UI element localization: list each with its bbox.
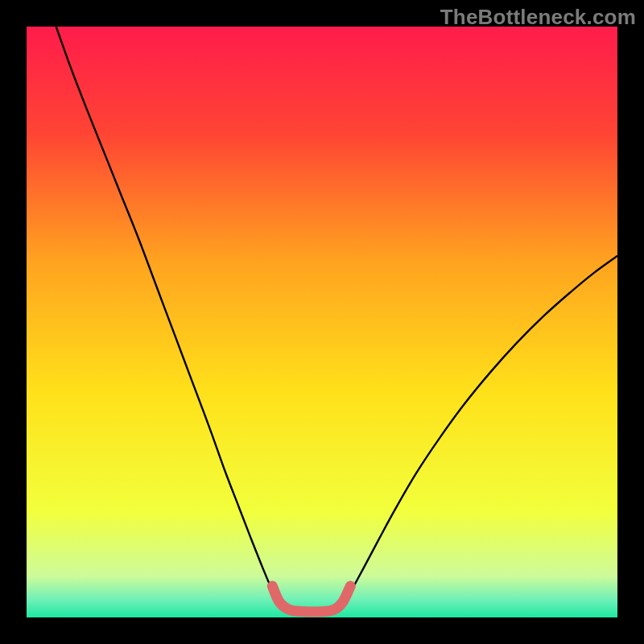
chart-svg xyxy=(27,27,617,617)
watermark-text: TheBottleneck.com xyxy=(440,5,636,30)
plot-area xyxy=(27,27,617,617)
chart-frame: TheBottleneck.com xyxy=(0,0,644,644)
gradient-background xyxy=(27,27,617,617)
